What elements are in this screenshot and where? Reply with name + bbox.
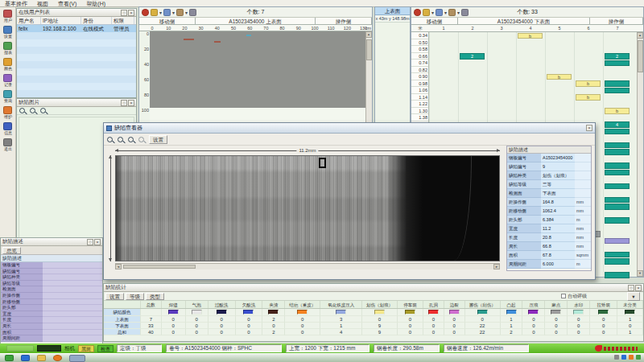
stats-tab-等级[interactable]: 等级 xyxy=(126,293,144,300)
zoom-icon[interactable] xyxy=(30,108,35,113)
defect-cell[interactable] xyxy=(605,238,630,245)
拉矫斑-swatch xyxy=(598,310,609,315)
defect-cell[interactable] xyxy=(605,129,630,135)
close-icon[interactable]: × xyxy=(128,100,134,106)
scroll-down-icon[interactable]: ▼ xyxy=(637,270,643,277)
defect-cell[interactable]: b xyxy=(547,74,572,80)
description-row: 钢板编号 xyxy=(1,262,102,269)
defect-cell[interactable]: b xyxy=(518,33,543,39)
defect-cell[interactable] xyxy=(605,80,630,87)
stats-tab-设置[interactable]: 设置 xyxy=(105,293,124,300)
close-icon[interactable]: × xyxy=(635,285,642,291)
zoom-reset-icon[interactable] xyxy=(138,137,144,142)
defect-cell[interactable]: b xyxy=(576,80,601,87)
defect-cell[interactable] xyxy=(605,258,630,265)
checkbox-icon[interactable] xyxy=(561,294,566,298)
defect-cell[interactable] xyxy=(605,162,630,169)
pin-icon[interactable]: ○ xyxy=(628,285,634,291)
toolbar-item[interactable]: 颜色 xyxy=(3,58,13,72)
pin-icon[interactable]: ○ xyxy=(87,239,93,245)
defect-cell[interactable] xyxy=(605,183,630,190)
defect-cell[interactable]: 4 xyxy=(605,121,630,128)
scrollbar-thumb[interactable] xyxy=(638,40,643,72)
property-row[interactable]: 缺陷编号9 xyxy=(507,162,591,171)
stats-tab-类型[interactable]: 类型 xyxy=(146,293,164,300)
scroll-up-icon[interactable]: ▲ xyxy=(637,32,643,39)
defect-cell[interactable]: 2 xyxy=(460,53,485,60)
property-row[interactable]: 宽度11.2mm xyxy=(507,224,591,233)
property-row[interactable]: 钢板编号A15023454000 xyxy=(507,154,591,162)
menu-item[interactable]: 查看(V) xyxy=(53,0,81,7)
defect-mark[interactable] xyxy=(214,41,221,43)
menu-item[interactable]: 帮助(H) xyxy=(81,0,110,7)
auto-grade-checkbox[interactable]: 自动评级 xyxy=(561,293,587,300)
property-row[interactable]: 检测面下表面 xyxy=(507,189,591,198)
toolbar-item[interactable]: 维护 xyxy=(3,106,13,120)
taskbar-browser-icon[interactable] xyxy=(21,355,30,361)
close-icon[interactable]: × xyxy=(128,10,134,16)
defect-mark[interactable] xyxy=(184,39,194,40)
toolbar-item[interactable]: 用户 xyxy=(3,10,13,23)
defect-cell[interactable] xyxy=(605,60,630,67)
defect-cell[interactable]: 2 xyxy=(605,53,630,60)
settings-button[interactable]: 设置 xyxy=(149,135,167,144)
tray-icon[interactable] xyxy=(614,355,619,360)
defect-cell[interactable]: b xyxy=(605,108,630,114)
tray-icon[interactable] xyxy=(636,355,641,360)
property-row[interactable]: 距操作侧164.8mm xyxy=(507,198,591,207)
defect-cell[interactable] xyxy=(605,142,630,149)
defect-cell[interactable] xyxy=(605,88,630,94)
scroll-up-icon[interactable]: ▲ xyxy=(365,31,372,38)
stats-value: 2 xyxy=(501,329,523,335)
toolbar-item[interactable]: 退出 xyxy=(3,138,13,152)
taskbar-app-icon[interactable] xyxy=(53,355,62,361)
toolbar-item[interactable]: 报表 xyxy=(3,42,13,56)
defect-cell[interactable]: b xyxy=(576,94,601,101)
defect-cell[interactable] xyxy=(605,170,630,176)
close-icon[interactable]: × xyxy=(94,239,101,245)
defect-cell[interactable] xyxy=(605,252,630,258)
property-row[interactable]: 缺陷种类划伤（划痕） xyxy=(507,171,591,180)
property-row[interactable]: 距头部6.384m xyxy=(507,216,591,224)
toolbar-item[interactable]: 记录 xyxy=(3,74,13,88)
property-row[interactable]: 长度20.8mm xyxy=(507,233,591,242)
menu-item[interactable]: 基本操作 xyxy=(0,0,32,7)
tab-overview[interactable]: 总览 xyxy=(2,247,21,254)
toolbar-item[interactable]: 查询 xyxy=(3,90,13,104)
viewer-horizontal-scrollbar[interactable]: ◄ ► xyxy=(115,263,500,269)
property-row[interactable]: 缺陷等级三等 xyxy=(507,180,591,189)
zoom-select-icon[interactable] xyxy=(107,137,113,142)
property-row[interactable]: 周期间距6.000m xyxy=(507,260,591,269)
toolbar-item[interactable]: 信息 xyxy=(3,122,13,136)
defect-cell[interactable] xyxy=(605,217,630,224)
property-row[interactable]: 面积67.8sqmm xyxy=(507,251,591,260)
zoom-icon[interactable] xyxy=(19,108,25,113)
property-row[interactable]: 距移动侧1062.4mm xyxy=(507,207,591,216)
dropdown-button[interactable]: ▾ xyxy=(627,292,640,301)
defect-cell[interactable] xyxy=(605,197,630,204)
pin-icon[interactable]: ○ xyxy=(121,10,127,16)
property-row[interactable]: 周长66.8mm xyxy=(507,242,591,251)
zoom-icon[interactable] xyxy=(40,108,46,113)
close-icon[interactable]: × xyxy=(586,125,592,131)
defect-mark[interactable] xyxy=(246,35,251,36)
zoom-in-icon[interactable] xyxy=(118,137,123,142)
taskbar-shield-icon[interactable] xyxy=(5,355,14,361)
defect-photo[interactable] xyxy=(115,155,500,261)
pin-icon[interactable]: ○ xyxy=(121,100,127,106)
taskbar-folder-icon[interactable] xyxy=(37,355,46,361)
menu-item[interactable]: 视图 xyxy=(32,0,53,7)
user-row[interactable]: felix192.168.2.100在线模式管理员 xyxy=(17,25,136,32)
tray-icon[interactable] xyxy=(629,355,634,360)
defect-cell[interactable] xyxy=(605,272,630,278)
scrollbar-thumb[interactable] xyxy=(366,39,372,60)
tray-icon[interactable] xyxy=(621,355,626,360)
vertical-scrollbar[interactable]: ▲ ▼ xyxy=(637,32,643,277)
defect-cell[interactable] xyxy=(605,204,630,210)
scrollbar-thumb[interactable] xyxy=(123,265,196,269)
zoom-out-icon[interactable] xyxy=(128,137,134,142)
defect-cell[interactable] xyxy=(605,149,630,155)
viewer-title-bar[interactable]: 缺陷查看器 × xyxy=(104,123,595,134)
toolbar-item[interactable]: 设置 xyxy=(3,26,13,39)
taskbar-active-app[interactable] xyxy=(69,355,85,362)
